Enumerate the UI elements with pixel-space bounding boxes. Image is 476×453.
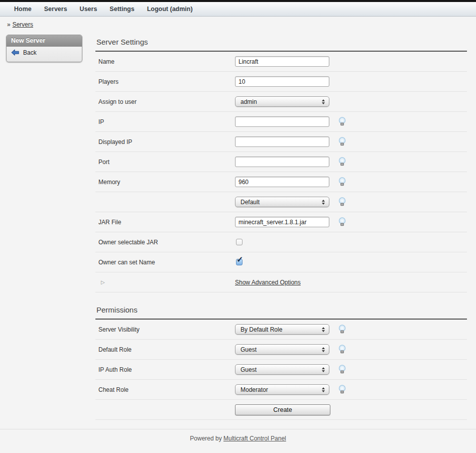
footer: Powered by Multicraft Control Panel — [0, 429, 476, 453]
name-label: Name — [95, 58, 235, 65]
back-button-label: Back — [23, 49, 37, 56]
assign-to-user-label: Assign to user — [95, 98, 235, 105]
form-row-ip: IP — [95, 112, 467, 132]
assign-to-user-select[interactable]: admin — [235, 96, 329, 107]
owner-can-set-name-label: Owner can set Name — [95, 259, 235, 266]
up-down-stepper-icon — [322, 347, 325, 352]
sidebar-panel: New Server Back — [6, 35, 82, 62]
lightbulb-icon[interactable] — [338, 117, 346, 126]
name-control — [235, 56, 329, 67]
displayed-ip-input[interactable] — [235, 136, 329, 147]
cheat-role-selected-value: Moderator — [241, 386, 268, 393]
top-nav-bar: Home Servers Users Settings Logout (admi… — [0, 0, 476, 17]
server-visibility-control: By Default Role — [235, 324, 346, 335]
memory-profile-control: Default — [235, 197, 346, 207]
owner-can-set-name-checkbox[interactable]: ✓ — [236, 259, 243, 265]
footer-link-multicraft[interactable]: Multicraft Control Panel — [223, 435, 286, 442]
checkmark-icon: ✓ — [236, 256, 243, 264]
nav-item-servers[interactable]: Servers — [44, 6, 67, 13]
jar-file-control — [235, 217, 346, 227]
lightbulb-icon[interactable] — [338, 197, 346, 207]
owner-selectable-jar-control — [235, 239, 243, 245]
port-label: Port — [95, 159, 235, 166]
lightbulb-icon[interactable] — [338, 345, 346, 354]
form-row-name: Name — [95, 52, 467, 72]
assign-to-user-selected-value: admin — [241, 98, 257, 105]
section-title: Permissions — [95, 299, 467, 319]
triangle-right-icon[interactable]: ▷ — [101, 279, 105, 285]
form-row-players: Players — [95, 72, 467, 92]
up-down-stepper-icon — [322, 367, 325, 372]
ip-auth-role-control: Guest — [235, 364, 346, 375]
ip-auth-role-label: IP Auth Role — [95, 366, 235, 373]
ip-control — [235, 116, 346, 127]
owner-selectable-jar-checkbox[interactable] — [236, 239, 243, 245]
lightbulb-icon[interactable] — [338, 177, 346, 187]
form-row-advanced-options: ▷Show Advanced Options — [95, 272, 467, 292]
name-input[interactable] — [235, 56, 329, 67]
form-section: Server SettingsNamePlayersAssign to user… — [95, 32, 467, 292]
section-title: Server Settings — [95, 32, 467, 51]
cheat-role-select[interactable]: Moderator — [235, 384, 329, 395]
form-row-ip-auth-role: IP Auth RoleGuest — [95, 360, 467, 380]
ip-input[interactable] — [235, 116, 329, 127]
form-row-owner-can-set-name: Owner can set Name✓ — [95, 252, 467, 272]
ip-label: IP — [95, 118, 235, 125]
server-visibility-label: Server Visibility — [95, 326, 235, 333]
cheat-role-label: Cheat Role — [95, 386, 235, 393]
nav-item-settings[interactable]: Settings — [109, 6, 134, 13]
up-down-stepper-icon — [322, 99, 325, 104]
port-input[interactable] — [235, 157, 329, 167]
memory-label: Memory — [95, 179, 235, 186]
form-row-port: Port — [95, 152, 467, 172]
up-down-stepper-icon — [322, 200, 325, 205]
memory-profile-select[interactable]: Default — [235, 197, 329, 207]
assign-to-user-control: admin — [235, 96, 329, 107]
default-role-selected-value: Guest — [241, 346, 257, 353]
breadcrumb: »Servers — [0, 17, 476, 32]
port-control — [235, 157, 346, 167]
form-row-jar-file: JAR File — [95, 212, 467, 232]
displayed-ip-control — [235, 136, 346, 147]
form-row-displayed-ip: Displayed IP — [95, 132, 467, 152]
form-row-create: Create — [95, 400, 467, 420]
breadcrumb-symbol: » — [7, 21, 11, 28]
ip-auth-role-selected-value: Guest — [241, 366, 257, 373]
jar-file-label: JAR File — [95, 219, 235, 226]
server-visibility-select[interactable]: By Default Role — [235, 324, 329, 335]
up-down-stepper-icon — [322, 387, 325, 392]
create-button[interactable]: Create — [235, 404, 330, 415]
create-control: Create — [235, 404, 330, 415]
nav-item-logout[interactable]: Logout (admin) — [147, 6, 193, 13]
lightbulb-icon[interactable] — [338, 217, 346, 227]
players-input[interactable] — [235, 76, 329, 87]
form-section: PermissionsServer VisibilityBy Default R… — [95, 299, 467, 420]
footer-text: Powered by — [190, 435, 221, 442]
players-label: Players — [95, 78, 235, 85]
jar-file-input[interactable] — [235, 217, 329, 227]
nav-item-home[interactable]: Home — [14, 6, 32, 13]
lightbulb-icon[interactable] — [338, 385, 346, 394]
lightbulb-icon[interactable] — [338, 157, 346, 167]
cheat-role-control: Moderator — [235, 384, 346, 395]
ip-auth-role-select[interactable]: Guest — [235, 364, 329, 375]
lightbulb-icon[interactable] — [338, 137, 346, 146]
lightbulb-icon[interactable] — [338, 365, 346, 374]
form-row-memory: Memory — [95, 172, 467, 192]
form-row-cheat-role: Cheat RoleModerator — [95, 380, 467, 400]
server-visibility-selected-value: By Default Role — [241, 326, 282, 333]
nav-item-users[interactable]: Users — [80, 6, 97, 13]
default-role-select[interactable]: Guest — [235, 344, 329, 355]
sidebar-title: New Server — [7, 35, 82, 47]
owner-selectable-jar-label: Owner selectable JAR — [95, 239, 235, 246]
advanced-options-control: Show Advanced Options — [235, 279, 301, 286]
up-down-stepper-icon — [322, 327, 325, 332]
breadcrumb-link-servers[interactable]: Servers — [13, 21, 33, 28]
back-button[interactable]: Back — [11, 49, 37, 56]
displayed-ip-label: Displayed IP — [95, 138, 235, 145]
memory-input[interactable] — [235, 177, 329, 187]
lightbulb-icon[interactable] — [338, 325, 346, 334]
players-control — [235, 76, 329, 87]
advanced-options-link[interactable]: Show Advanced Options — [235, 279, 301, 286]
default-role-label: Default Role — [95, 346, 235, 353]
